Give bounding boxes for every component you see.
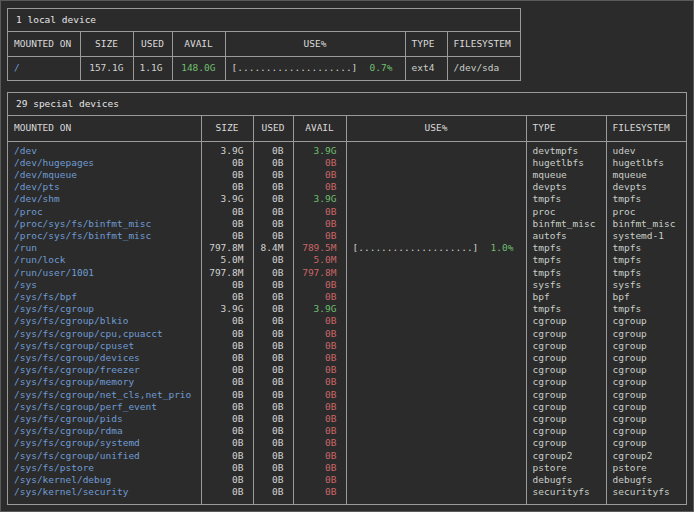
table-row: /sys/fs/cgroup/blkio 0B 0B 0B cgroup cgr… bbox=[8, 315, 686, 327]
use-percent-cell bbox=[346, 413, 526, 425]
col-header-use-pct: USE% bbox=[225, 32, 405, 57]
mount-point: /sys/fs/cgroup bbox=[8, 303, 201, 315]
table-row: /dev/mqueue 0B 0B 0B mqueue mqueue bbox=[8, 169, 686, 181]
table-row: /proc 0B 0B 0B proc proc bbox=[8, 206, 686, 218]
avail-value: 0B bbox=[293, 364, 346, 376]
fs-type: debugfs bbox=[526, 474, 606, 486]
use-percent-cell bbox=[346, 193, 526, 205]
mount-point: /run/user/1001 bbox=[8, 267, 201, 279]
used-value: 0B bbox=[253, 437, 293, 449]
mount-point: /sys/fs/bpf bbox=[8, 291, 201, 303]
avail-value: 0B bbox=[293, 437, 346, 449]
used-value: 0B bbox=[253, 474, 293, 486]
filesystem: debugfs bbox=[606, 474, 686, 486]
table-row: /sys/fs/cgroup 3.9G 0B 3.9G tmpfs tmpfs bbox=[8, 303, 686, 315]
mount-point: /sys/fs/cgroup/blkio bbox=[8, 315, 201, 327]
size-value: 0B bbox=[201, 352, 253, 364]
avail-value: 0B bbox=[293, 218, 346, 230]
size-value: 0B bbox=[201, 486, 253, 503]
mount-point: /sys/fs/cgroup/net_cls,net_prio bbox=[8, 389, 201, 401]
usage-bar: [....................] bbox=[353, 242, 479, 254]
filesystem: cgroup bbox=[606, 437, 686, 449]
filesystem: udev bbox=[606, 141, 686, 157]
avail-value: 0B bbox=[293, 413, 346, 425]
mount-point: /sys/fs/cgroup/cpuset bbox=[8, 340, 201, 352]
avail-value: 3.9G bbox=[293, 193, 346, 205]
table-row: /sys/fs/cgroup/net_cls,net_prio 0B 0B 0B… bbox=[8, 389, 686, 401]
table-row: /run/user/1001 797.8M 0B 797.8M tmpfs tm… bbox=[8, 267, 686, 279]
header-row: MOUNTED ON SIZE USED AVAIL USE% TYPE FIL… bbox=[8, 116, 686, 141]
col-header-size: SIZE bbox=[201, 116, 253, 141]
usage-percent: 0.7% bbox=[370, 62, 393, 74]
used-value: 0B bbox=[253, 303, 293, 315]
fs-type: ext4 bbox=[405, 57, 447, 81]
size-value: 0B bbox=[201, 218, 253, 230]
fs-type: autofs bbox=[526, 230, 606, 242]
use-percent-cell bbox=[346, 328, 526, 340]
avail-value: 0B bbox=[293, 376, 346, 388]
col-header-type: TYPE bbox=[526, 116, 606, 141]
fs-type: bpf bbox=[526, 291, 606, 303]
fs-type: cgroup bbox=[526, 364, 606, 376]
use-percent-cell bbox=[346, 352, 526, 364]
use-percent-cell: [....................] 0.7% bbox=[225, 57, 405, 81]
size-value: 0B bbox=[201, 389, 253, 401]
size-value: 0B bbox=[201, 181, 253, 193]
use-percent-cell bbox=[346, 218, 526, 230]
use-percent-cell bbox=[346, 157, 526, 169]
mount-point: /sys/fs/cgroup/systemd bbox=[8, 437, 201, 449]
table-row: /sys/fs/cgroup/cpu,cpuacct 0B 0B 0B cgro… bbox=[8, 328, 686, 340]
avail-value: 0B bbox=[293, 157, 346, 169]
fs-type: devtmpfs bbox=[526, 141, 606, 157]
used-value: 0B bbox=[253, 340, 293, 352]
filesystem: devpts bbox=[606, 181, 686, 193]
col-header-used: USED bbox=[253, 116, 293, 141]
used-value: 0B bbox=[253, 279, 293, 291]
used-value: 0B bbox=[253, 254, 293, 266]
col-header-type: TYPE bbox=[405, 32, 447, 57]
fs-type: cgroup bbox=[526, 328, 606, 340]
fs-type: tmpfs bbox=[526, 254, 606, 266]
use-percent-cell bbox=[346, 376, 526, 388]
use-percent-cell bbox=[346, 462, 526, 474]
used-value: 0B bbox=[253, 206, 293, 218]
fs-type: tmpfs bbox=[526, 242, 606, 254]
use-percent-cell: [....................] 1.0% bbox=[346, 242, 526, 254]
mount-point: /sys/kernel/security bbox=[8, 486, 201, 503]
mount-point: /dev/shm bbox=[8, 193, 201, 205]
fs-type: mqueue bbox=[526, 169, 606, 181]
usage-percent: 1.0% bbox=[491, 242, 514, 254]
fs-type: hugetlbfs bbox=[526, 157, 606, 169]
fs-type: cgroup bbox=[526, 401, 606, 413]
mount-point: /sys/fs/cgroup/devices bbox=[8, 352, 201, 364]
avail-value: 3.9G bbox=[293, 141, 346, 157]
size-value: 0B bbox=[201, 206, 253, 218]
terminal-screen[interactable]: 1 local device MOUNTED ON SIZE USED AVAI… bbox=[0, 0, 694, 512]
used-value: 0B bbox=[253, 267, 293, 279]
filesystem: proc bbox=[606, 206, 686, 218]
fs-type: securityfs bbox=[526, 486, 606, 503]
fs-type: tmpfs bbox=[526, 303, 606, 315]
mount-point: /sys/fs/cgroup/memory bbox=[8, 376, 201, 388]
table-row: /sys/fs/cgroup/rdma 0B 0B 0B cgroup cgro… bbox=[8, 425, 686, 437]
filesystem: pstore bbox=[606, 462, 686, 474]
local-devices-table: MOUNTED ON SIZE USED AVAIL USE% TYPE FIL… bbox=[8, 32, 520, 80]
filesystem: hugetlbfs bbox=[606, 157, 686, 169]
used-value: 0B bbox=[253, 218, 293, 230]
mount-point: /run/lock bbox=[8, 254, 201, 266]
filesystem: tmpfs bbox=[606, 303, 686, 315]
size-value: 0B bbox=[201, 291, 253, 303]
table-row: /sys/fs/cgroup/unified 0B 0B 0B cgroup2 … bbox=[8, 450, 686, 462]
used-value: 0B bbox=[253, 401, 293, 413]
table-row: /sys/fs/cgroup/devices 0B 0B 0B cgroup c… bbox=[8, 352, 686, 364]
table-row: /sys/fs/cgroup/systemd 0B 0B 0B cgroup c… bbox=[8, 437, 686, 449]
size-value: 3.9G bbox=[201, 303, 253, 315]
avail-value: 0B bbox=[293, 315, 346, 327]
mount-point: /sys/fs/cgroup/pids bbox=[8, 413, 201, 425]
size-value: 157.1G bbox=[80, 57, 133, 81]
used-value: 0B bbox=[253, 315, 293, 327]
filesystem: /dev/sda bbox=[447, 57, 520, 81]
table-row: /dev/shm 3.9G 0B 3.9G tmpfs tmpfs bbox=[8, 193, 686, 205]
fs-type: devpts bbox=[526, 181, 606, 193]
table-row: /sys/fs/cgroup/cpuset 0B 0B 0B cgroup cg… bbox=[8, 340, 686, 352]
